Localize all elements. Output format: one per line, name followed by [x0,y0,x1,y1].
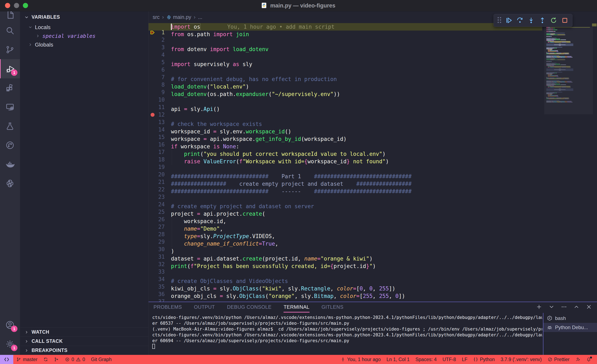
code-line[interactable]: 15workspace_id = sly.env.workspace_id() [149,128,542,135]
terminal-output[interactable]: cts/video-figures/.venv/bin/python /User… [152,315,542,354]
code-line[interactable]: 33print(f"Project has been sucessfully c… [149,262,542,270]
variables-tree-item-globals[interactable]: Globals [20,40,148,49]
code-line[interactable]: 21############################## Part 1 … [149,173,542,180]
maximize-panel-button[interactable] [573,304,580,310]
activity-bar-item-settings[interactable]: 1 [0,334,20,354]
code-line[interactable]: 23############################## ------ … [149,188,542,195]
activity-bar-item-docker[interactable] [0,155,20,174]
status-bar-item-notifications[interactable] [583,355,594,364]
new-terminal-button[interactable] [536,304,542,310]
code-line[interactable]: 1import osYou, 1 hour ago • add main scr… [149,23,542,31]
step-out-button[interactable] [538,16,547,25]
activity-bar-item-python[interactable] [0,174,20,193]
remote-indicator[interactable] [0,355,13,364]
panel-tab-gitlens[interactable]: GITLENS [322,302,344,312]
code-line[interactable]: 11 [149,98,542,105]
variables-tree-item-locals[interactable]: Locals [20,23,148,32]
status-bar-item-encoding[interactable]: UTF-8 [440,355,459,364]
code-line[interactable]: 31) [149,247,542,255]
activity-bar-item-testing[interactable] [0,117,20,136]
breadcrumb-item[interactable]: src [153,14,159,20]
activity-bar-item-run-debug[interactable]: 1 [0,59,20,78]
activity-bar-item-explorer[interactable] [0,11,20,21]
code-line[interactable]: 13 [149,113,542,120]
panel-tab-output[interactable]: OUTPUT [194,302,215,312]
toolbar-drag-handle-icon[interactable] [497,15,502,25]
status-bar-item-blame-info[interactable]: You, 1 hour ago [338,355,384,364]
code-line[interactable]: 17if workspace is None: [149,143,542,150]
step-into-button[interactable] [526,16,536,25]
status-bar-item-sync[interactable] [40,355,51,364]
code-line[interactable]: 35# create ObjClasses and VideoObjects [149,277,542,285]
stop-button[interactable] [560,16,569,25]
overview-ruler-scrollbar[interactable] [592,11,597,302]
restart-button[interactable] [549,16,558,25]
status-bar-item-cursor-position[interactable]: Ln 1, Col 1 [384,355,413,364]
section-header-breakpoints[interactable]: BREAKPOINTS [20,346,148,355]
code-line[interactable]: 32dataset = api.dataset.create(project.i… [149,255,542,262]
code-line[interactable]: 19 raise ValueError(f"Workspace with id=… [149,158,542,165]
code-line[interactable]: 30 change_name_if_conflict=True, [149,240,542,247]
code-line[interactable]: 24 [149,195,542,203]
code-line[interactable]: 14# check the workspace exists [149,120,542,128]
code-line[interactable]: 5 [149,53,542,60]
activity-bar-item-remote-explorer[interactable] [0,97,20,117]
status-bar-item-commit-graph[interactable] [51,355,62,364]
code-line[interactable]: 18 print("you should put correct workspa… [149,150,542,158]
code-line[interactable]: 22################# create empty project… [149,180,542,188]
terminal-session-bash[interactable]: bash [543,314,597,323]
section-header-call-stack[interactable]: CALL STACK [20,337,148,346]
more-actions-button[interactable] [561,304,567,310]
continue-button[interactable] [504,16,513,25]
code-content[interactable]: 1import osYou, 1 hour ago • add main scr… [149,23,542,302]
section-header-watch[interactable]: WATCH [20,327,148,337]
activity-bar-item-git-graph[interactable] [0,136,20,155]
variables-section-header[interactable]: VARIABLES [20,11,148,23]
code-line[interactable]: 34 [149,270,542,277]
code-line[interactable]: 8# for convenient debug, has no effect i… [149,75,542,83]
status-bar-item-prettier[interactable]: Prettier [545,355,573,364]
close-panel-button[interactable] [586,304,592,310]
activity-bar-item-accounts[interactable]: 1 [0,315,20,334]
code-line[interactable]: 7 [149,68,542,75]
launch-profile-button[interactable] [548,304,555,310]
status-bar-item-interpreter[interactable]: 3.7.9 ('.venv': venv) [498,355,545,364]
status-bar-item-language[interactable]: Python [470,355,498,364]
code-line[interactable]: 10load_dotenv(os.path.expanduser("~/supe… [149,90,542,98]
terminal-session-python-debu-[interactable]: Python Debu... [543,323,597,332]
code-line[interactable]: 16workspace = api.workspace.get_info_by_… [149,135,542,143]
activity-bar-item-extensions[interactable] [0,78,20,97]
status-bar-item-eol[interactable]: LF [459,355,470,364]
python-file-icon [261,2,267,10]
code-line[interactable]: 3 [149,38,542,46]
breadcrumb-item[interactable]: ... [198,14,202,20]
code-line[interactable]: 6import supervisely as sly [149,60,542,68]
code-line[interactable]: 12api = sly.Api() [149,105,542,113]
code-line[interactable]: 2from os.path import join [149,31,542,38]
code-line[interactable]: 20 [149,165,542,173]
code-line[interactable]: 26project = api.project.create( [149,210,542,218]
code-line[interactable]: 29 type=sly.ProjectType.VIDEOS, [149,232,542,240]
step-over-button[interactable] [515,16,525,25]
status-bar-item-problems[interactable]: 00 [62,355,88,364]
code-line[interactable]: 25# create empty project and dataset on … [149,203,542,210]
minimap[interactable] [546,27,590,103]
breadcrumb-item[interactable]: main.py [166,14,191,20]
status-bar-item-indentation[interactable]: Spaces: 4 [413,355,440,364]
activity-bar-item-search[interactable] [0,21,20,40]
panel-tab-problems[interactable]: PROBLEMS [154,302,182,312]
code-line[interactable]: 9load_dotenv("local.env") [149,83,542,90]
status-label: UTF-8 [442,357,456,362]
status-bar-item-branch[interactable]: master [13,355,40,364]
code-line[interactable]: 37orange_obj_cls = sly.ObjClass("orange"… [149,292,542,300]
code-line[interactable]: 28 name="Demo", [149,225,542,232]
code-line[interactable]: 4from dotenv import load_dotenv [149,46,542,53]
status-bar-item-git-graph[interactable]: Git Graph [88,355,115,364]
variables-tree-item-special-variables[interactable]: special variables [20,32,148,40]
code-line[interactable]: 36kiwi_obj_cls = sly.ObjClass("kiwi", sl… [149,285,542,292]
code-line[interactable]: 27 workspace.id, [149,218,542,225]
status-bar-item-feedback[interactable] [573,355,583,364]
panel-tab-debug-console[interactable]: DEBUG CONSOLE [227,302,272,312]
panel-tab-terminal[interactable]: TERMINAL [283,302,309,312]
activity-bar-item-source-control[interactable] [0,40,20,59]
